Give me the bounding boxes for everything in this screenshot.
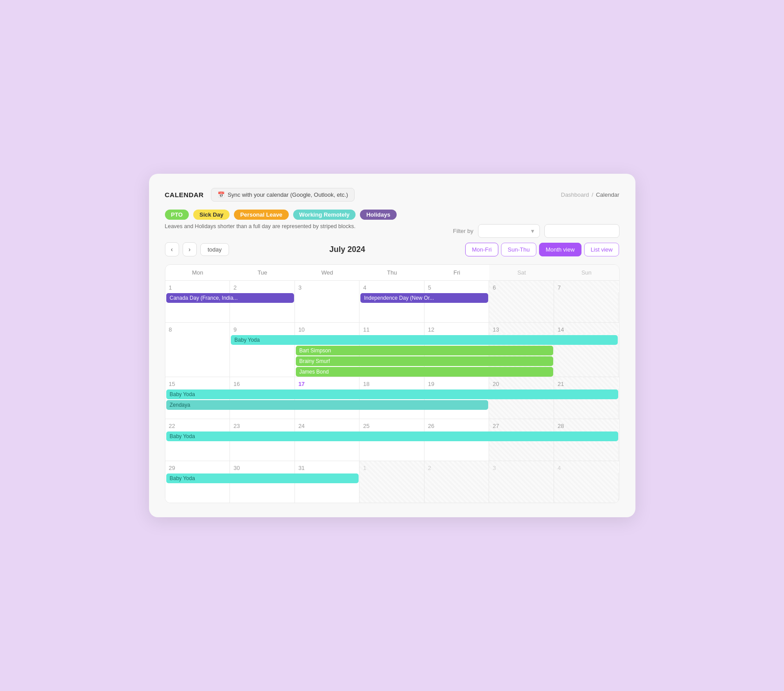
day-header-fri: Fri [425, 265, 490, 280]
month-title: July 2024 [329, 245, 365, 254]
date-cell-30: 30 [230, 461, 295, 473]
event-independence-day[interactable]: Independence Day (New Or... [360, 293, 488, 303]
day-header-wed: Wed [295, 265, 360, 280]
breadcrumb: Dashboard / Calendar [561, 191, 620, 198]
date-cell-7: 7 [554, 281, 619, 292]
next-button[interactable]: › [183, 242, 197, 256]
date-cell-17: 17 [295, 377, 360, 389]
date-cell-13: 13 [489, 323, 554, 334]
date-cell-15: 15 [165, 377, 230, 389]
day-header-tue: Tue [230, 265, 295, 280]
date-cell-8: 8 [165, 323, 230, 334]
date-cell-aug2: 2 [425, 461, 490, 473]
sync-button[interactable]: 📅 Sync with your calendar (Google, Outlo… [211, 188, 355, 202]
events-cell-w1-3 [295, 292, 360, 322]
legend-row: PTO Sick Day Personal Leave Working Remo… [165, 210, 620, 220]
week-2: 8 9 10 11 12 13 14 Baby Yoda Bart Simpso… [165, 323, 619, 377]
sync-icon: 📅 [218, 191, 225, 198]
date-cell-20: 20 [489, 377, 554, 389]
legend-sick[interactable]: Sick Day [193, 210, 229, 220]
date-cell-3: 3 [295, 281, 360, 292]
event-brainy-smurf[interactable]: Brainy Smurf [296, 356, 553, 366]
toggle-list-view[interactable]: List view [584, 243, 620, 256]
date-cell-23: 23 [230, 419, 295, 431]
date-cell-25: 25 [359, 419, 425, 431]
prev-button[interactable]: ‹ [165, 242, 179, 256]
events-cell-w5-6 [489, 473, 554, 503]
week-3: 15 16 17 18 19 20 21 Baby Yoda Zendaya [165, 377, 619, 419]
event-baby-yoda-w2[interactable]: Baby Yoda [231, 335, 618, 345]
breadcrumb-calendar: Calendar [596, 191, 620, 198]
nav-row: ‹ › today July 2024 Mon-Fri Sun-Thu Mont… [165, 242, 620, 256]
date-cell-22: 22 [165, 419, 230, 431]
date-cell-16: 16 [230, 377, 295, 389]
filter-select[interactable] [478, 224, 540, 238]
date-cell-6: 6 [489, 281, 554, 292]
events-cell-w1-7 [554, 292, 619, 322]
date-cell-14: 14 [554, 323, 619, 334]
date-cell-27: 27 [489, 419, 554, 431]
event-james-bond[interactable]: James Bond [296, 367, 553, 377]
date-cell-19: 19 [425, 377, 490, 389]
date-cell-29: 29 [165, 461, 230, 473]
events-cell-w5-4 [359, 473, 425, 503]
day-header-sun: Sun [554, 265, 619, 280]
date-cell-26: 26 [425, 419, 490, 431]
date-cell-28: 28 [554, 419, 619, 431]
view-toggle: Mon-Fri Sun-Thu Month view List view [465, 243, 619, 256]
date-cell-24: 24 [295, 419, 360, 431]
events-cell-w1-6 [489, 292, 554, 322]
date-cell-12: 12 [425, 323, 490, 334]
date-cell-aug3: 3 [489, 461, 554, 473]
event-canada-day[interactable]: Canada Day (France, India... [166, 293, 294, 303]
toggle-month-view[interactable]: Month view [539, 243, 581, 256]
date-cell-1: 1 [165, 281, 230, 292]
date-cell-5: 5 [425, 281, 490, 292]
legend-remote[interactable]: Working Remotely [293, 210, 356, 220]
week-1: 1 2 3 4 5 6 7 Canada Day (France, India.… [165, 281, 619, 323]
week-5: 29 30 31 1 2 3 4 Baby Yoda [165, 461, 619, 503]
header-left: CALENDAR 📅 Sync with your calendar (Goog… [165, 188, 355, 202]
event-bart-simpson[interactable]: Bart Simpson [296, 346, 553, 355]
events-cell-w2-1 [165, 334, 230, 377]
event-baby-yoda-w5[interactable]: Baby Yoda [166, 473, 359, 483]
date-cell-21: 21 [554, 377, 619, 389]
date-cell-aug1: 1 [359, 461, 425, 473]
header-row: CALENDAR 📅 Sync with your calendar (Goog… [165, 188, 620, 202]
legend-holidays[interactable]: Holidays [360, 210, 396, 220]
event-baby-yoda-w3[interactable]: Baby Yoda [166, 389, 618, 399]
nav-left: ‹ › today [165, 242, 229, 256]
date-cell-18: 18 [359, 377, 425, 389]
date-cell-4: 4 [359, 281, 425, 292]
breadcrumb-dashboard[interactable]: Dashboard [561, 191, 589, 198]
page-title: CALENDAR [165, 191, 204, 199]
week-4: 22 23 24 25 26 27 28 Baby Yoda [165, 419, 619, 461]
event-baby-yoda-w4[interactable]: Baby Yoda [166, 431, 618, 441]
date-cell-11: 11 [359, 323, 425, 334]
legend-pto[interactable]: PTO [165, 210, 189, 220]
main-card: CALENDAR 📅 Sync with your calendar (Goog… [149, 174, 635, 517]
legend-personal[interactable]: Personal Leave [234, 210, 288, 220]
today-button[interactable]: today [200, 243, 229, 256]
calendar-grid: Mon Tue Wed Thu Fri Sat Sun 1 2 3 4 5 6 … [165, 264, 620, 503]
day-header-sat: Sat [489, 265, 554, 280]
date-cell-10: 10 [295, 323, 360, 334]
date-cell-2: 2 [230, 281, 295, 292]
day-header-mon: Mon [165, 265, 230, 280]
filter-label: Filter by [453, 228, 473, 234]
toggle-sun-thu[interactable]: Sun-Thu [501, 243, 536, 256]
date-cell-31: 31 [295, 461, 360, 473]
toggle-mon-fri[interactable]: Mon-Fri [465, 243, 498, 256]
day-header-thu: Thu [359, 265, 425, 280]
events-cell-w5-7 [554, 473, 619, 503]
filter-input[interactable] [544, 224, 620, 238]
events-cell-w5-5 [425, 473, 490, 503]
event-zendaya[interactable]: Zendaya [166, 400, 489, 410]
date-cell-aug4: 4 [554, 461, 619, 473]
date-cell-9: 9 [230, 323, 295, 334]
day-headers: Mon Tue Wed Thu Fri Sat Sun [165, 265, 619, 281]
